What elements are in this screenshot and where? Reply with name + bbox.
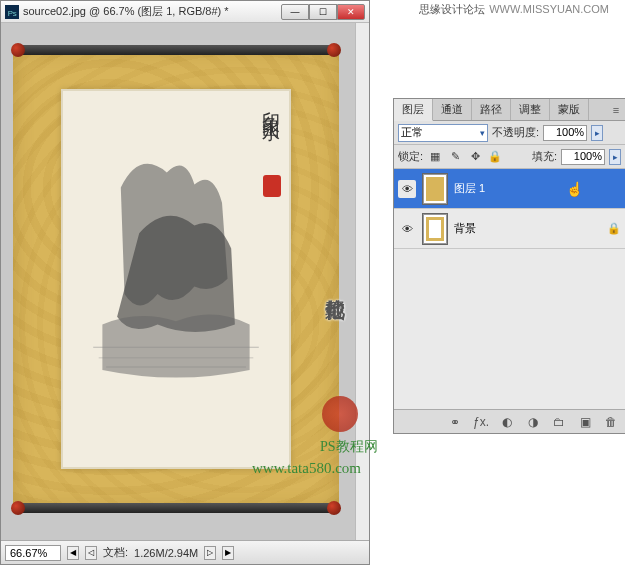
document-titlebar: Ps source02.jpg @ 66.7% (图层 1, RGB/8#) *… bbox=[1, 1, 369, 23]
delete-layer-icon[interactable]: 🗑 bbox=[603, 414, 619, 430]
tab-paths[interactable]: 路径 bbox=[472, 99, 511, 120]
panel-tabs: 图层 通道 路径 调整 蒙版 ≡ bbox=[394, 99, 625, 121]
tab-channels[interactable]: 通道 bbox=[433, 99, 472, 120]
watermark-forum: 思缘设计论坛WWW.MISSYUAN.COM bbox=[419, 2, 609, 17]
document-title: source02.jpg @ 66.7% (图层 1, RGB/8#) * bbox=[23, 4, 277, 19]
lock-label: 锁定: bbox=[398, 149, 423, 164]
layer-name[interactable]: 背景 bbox=[454, 221, 601, 236]
layer-group-icon[interactable]: 🗀 bbox=[551, 414, 567, 430]
panel-menu-icon[interactable]: ≡ bbox=[607, 99, 625, 120]
fill-label: 填充: bbox=[532, 149, 557, 164]
nav-prev-icon[interactable]: ◁ bbox=[85, 546, 97, 560]
link-layers-icon[interactable]: ⚭ bbox=[447, 414, 463, 430]
layer-thumbnail[interactable] bbox=[422, 213, 448, 245]
layers-list: 👁 图层 1 ☝ 👁 背景 🔒 bbox=[394, 169, 625, 409]
tab-layers[interactable]: 图层 bbox=[394, 99, 433, 121]
scroll-artwork: 印象山水 bbox=[13, 31, 339, 527]
visibility-toggle-icon[interactable]: 👁 bbox=[398, 180, 416, 198]
lock-transparency-icon[interactable]: ▦ bbox=[427, 149, 443, 165]
layer-thumbnail[interactable] bbox=[422, 173, 448, 205]
visibility-toggle-icon[interactable]: 👁 bbox=[398, 220, 416, 238]
blend-mode-select[interactable]: 正常▾ bbox=[398, 124, 488, 142]
tab-adjustments[interactable]: 调整 bbox=[511, 99, 550, 120]
panel-footer: ⚭ ƒx. ◐ ◑ 🗀 ▣ 🗑 bbox=[394, 409, 625, 433]
status-bar: 66.67% ◀ ◁ 文档: 1.26M/2.94M ▷ ▶ bbox=[1, 540, 369, 564]
watermark-url: www.tata580.com bbox=[252, 460, 361, 477]
layer-row[interactable]: 👁 图层 1 ☝ bbox=[394, 169, 625, 209]
blend-row: 正常▾ 不透明度: 100% ▸ bbox=[394, 121, 625, 145]
minimize-button[interactable]: — bbox=[281, 4, 309, 20]
lock-row: 锁定: ▦ ✎ ✥ 🔒 填充: 100% ▸ bbox=[394, 145, 625, 169]
doc-info-label: 文档: bbox=[103, 545, 128, 560]
watermark-site-name: PS教程网 bbox=[320, 438, 378, 456]
new-layer-icon[interactable]: ▣ bbox=[577, 414, 593, 430]
nav-next-icon[interactable]: ▷ bbox=[204, 546, 216, 560]
tab-masks[interactable]: 蒙版 bbox=[550, 99, 589, 120]
adjustment-layer-icon[interactable]: ◑ bbox=[525, 414, 541, 430]
doc-info: 1.26M/2.94M bbox=[134, 547, 198, 559]
fill-field[interactable]: 100% bbox=[561, 149, 605, 165]
layer-name[interactable]: 图层 1 bbox=[454, 181, 621, 196]
document-window: Ps source02.jpg @ 66.7% (图层 1, RGB/8#) *… bbox=[0, 0, 370, 565]
watermark-stamp bbox=[322, 396, 358, 432]
lock-icon: 🔒 bbox=[607, 222, 621, 235]
lock-position-icon[interactable]: ✥ bbox=[467, 149, 483, 165]
layers-panel: 图层 通道 路径 调整 蒙版 ≡ 正常▾ 不透明度: 100% ▸ 锁定: ▦ … bbox=[393, 98, 625, 434]
fill-flyout-icon[interactable]: ▸ bbox=[609, 149, 621, 165]
svg-text:Ps: Ps bbox=[8, 8, 17, 17]
layer-mask-icon[interactable]: ◐ bbox=[499, 414, 515, 430]
opacity-flyout-icon[interactable]: ▸ bbox=[591, 125, 603, 141]
nav-last-icon[interactable]: ▶ bbox=[222, 546, 234, 560]
window-buttons: — ☐ ✕ bbox=[281, 4, 365, 20]
zoom-field[interactable]: 66.67% bbox=[5, 545, 61, 561]
opacity-label: 不透明度: bbox=[492, 125, 539, 140]
layer-row[interactable]: 👁 背景 🔒 bbox=[394, 209, 625, 249]
close-button[interactable]: ✕ bbox=[337, 4, 365, 20]
nav-first-icon[interactable]: ◀ bbox=[67, 546, 79, 560]
calligraphy-text: 印象山水 bbox=[259, 97, 283, 113]
maximize-button[interactable]: ☐ bbox=[309, 4, 337, 20]
ps-doc-icon: Ps bbox=[5, 5, 19, 19]
opacity-field[interactable]: 100% bbox=[543, 125, 587, 141]
layer-fx-icon[interactable]: ƒx. bbox=[473, 414, 489, 430]
lock-all-icon[interactable]: 🔒 bbox=[487, 149, 503, 165]
lock-pixels-icon[interactable]: ✎ bbox=[447, 149, 463, 165]
